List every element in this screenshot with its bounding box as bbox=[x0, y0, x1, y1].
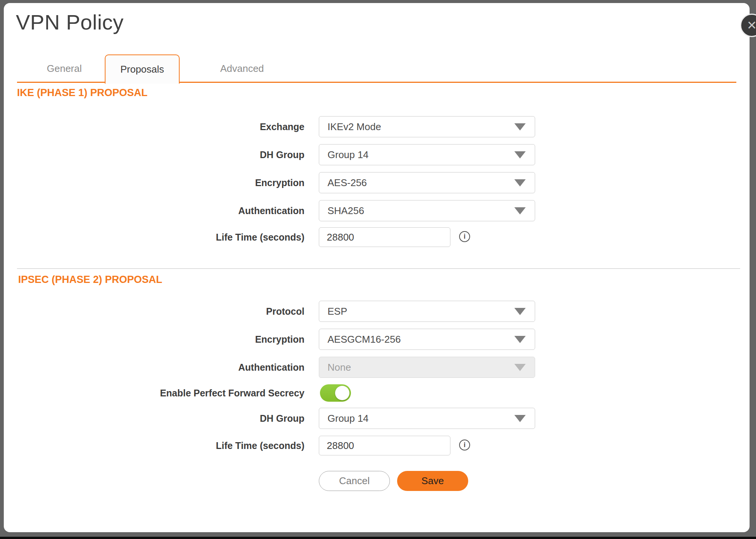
ipsec-life-time-input[interactable] bbox=[319, 436, 450, 455]
ike-life-time-input[interactable] bbox=[319, 227, 450, 247]
ike-authentication-select[interactable]: SHA256 bbox=[319, 200, 535, 221]
save-button[interactable]: Save bbox=[397, 471, 468, 491]
cancel-button[interactable]: Cancel bbox=[319, 471, 390, 491]
ipsec-authentication-select-disabled: None bbox=[319, 357, 535, 378]
chevron-down-icon bbox=[514, 151, 526, 158]
ipsec-authentication-label: Authentication bbox=[79, 357, 304, 378]
screen-edge bbox=[0, 537, 756, 539]
ipsec-protocol-label: Protocol bbox=[79, 301, 304, 322]
info-icon[interactable]: i bbox=[459, 440, 470, 450]
ike-encryption-label: Encryption bbox=[79, 172, 304, 193]
ike-life-time-label: Life Time (seconds) bbox=[79, 227, 304, 247]
ipsec-protocol-select[interactable]: ESP bbox=[319, 301, 535, 322]
ipsec-dh-group-select[interactable]: Group 14 bbox=[319, 408, 535, 429]
ike-encryption-select[interactable]: AES-256 bbox=[319, 172, 535, 193]
close-icon: ✕ bbox=[747, 19, 756, 31]
ike-authentication-value: SHA256 bbox=[328, 205, 364, 217]
ipsec-dh-group-value: Group 14 bbox=[328, 413, 368, 424]
ike-exchange-value: IKEv2 Mode bbox=[328, 121, 381, 133]
ike-dh-group-label: DH Group bbox=[79, 144, 304, 165]
ipsec-dh-group-label: DH Group bbox=[79, 408, 304, 429]
ipsec-pfs-label: Enable Perfect Forward Secrecy bbox=[79, 384, 304, 402]
chevron-down-icon bbox=[514, 364, 526, 371]
ipsec-encryption-select[interactable]: AESGCM16-256 bbox=[319, 329, 535, 350]
tab-advanced[interactable]: Advanced bbox=[197, 55, 287, 82]
section-divider bbox=[17, 268, 740, 269]
ipsec-encryption-value: AESGCM16-256 bbox=[328, 334, 401, 345]
pfs-toggle[interactable] bbox=[320, 384, 351, 402]
tab-general[interactable]: General bbox=[28, 55, 100, 82]
ike-authentication-label: Authentication bbox=[79, 200, 304, 221]
chevron-down-icon bbox=[514, 179, 526, 186]
chevron-down-icon bbox=[514, 123, 526, 130]
ipsec-phase2-heading: IPSEC (PHASE 2) PROPOSAL bbox=[18, 274, 162, 286]
page-title: VPN Policy bbox=[16, 10, 124, 34]
ipsec-protocol-value: ESP bbox=[328, 306, 347, 317]
vpn-policy-dialog: VPN Policy General Proposals Advanced IK… bbox=[4, 3, 750, 532]
info-icon[interactable]: i bbox=[459, 231, 470, 242]
ipsec-authentication-value: None bbox=[328, 362, 351, 373]
ike-encryption-value: AES-256 bbox=[328, 177, 367, 189]
ike-dh-group-value: Group 14 bbox=[328, 149, 368, 161]
ike-dh-group-select[interactable]: Group 14 bbox=[319, 144, 535, 165]
chevron-down-icon bbox=[514, 336, 526, 343]
tab-general-label: General bbox=[47, 63, 82, 75]
chevron-down-icon bbox=[514, 207, 526, 214]
ike-exchange-select[interactable]: IKEv2 Mode bbox=[319, 116, 535, 137]
pfs-toggle-knob bbox=[335, 386, 349, 400]
chevron-down-icon bbox=[514, 415, 526, 422]
tab-proposals[interactable]: Proposals bbox=[105, 54, 180, 84]
save-button-label: Save bbox=[421, 475, 444, 487]
ike-exchange-label: Exchange bbox=[79, 116, 304, 137]
tab-advanced-label: Advanced bbox=[220, 63, 264, 75]
ipsec-life-time-label: Life Time (seconds) bbox=[79, 436, 304, 455]
ike-phase1-heading: IKE (PHASE 1) PROPOSAL bbox=[17, 87, 147, 99]
tab-proposals-label: Proposals bbox=[120, 64, 164, 75]
chevron-down-icon bbox=[514, 308, 526, 315]
ipsec-encryption-label: Encryption bbox=[79, 329, 304, 350]
cancel-button-label: Cancel bbox=[339, 475, 370, 487]
